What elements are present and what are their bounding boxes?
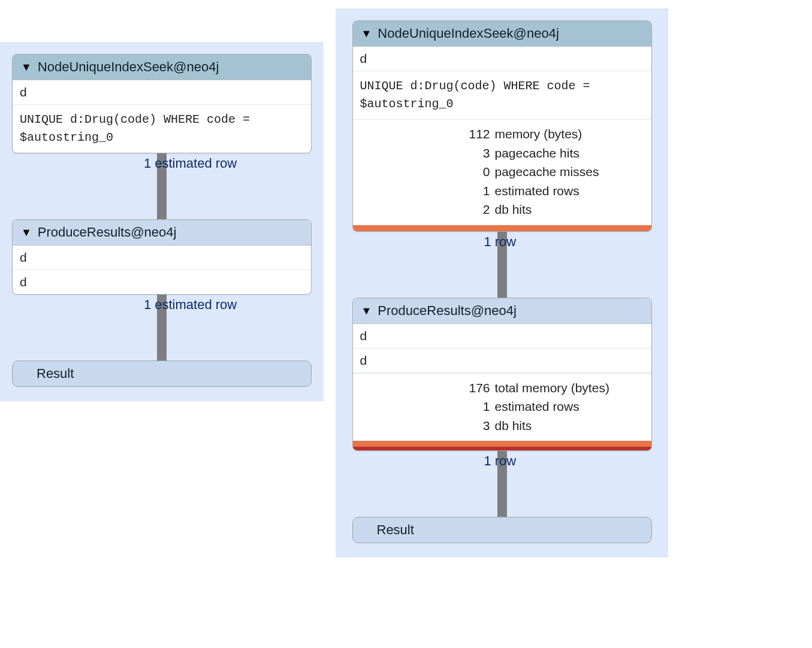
node-title: NodeUniqueIndexSeek@neo4j	[378, 26, 559, 41]
stat-row: 1estimated rows	[360, 397, 644, 416]
collapse-icon: ▼	[21, 62, 32, 72]
result-label: Result	[366, 522, 414, 537]
node-variable: d	[13, 80, 311, 105]
connector-label: 1 row	[497, 234, 517, 250]
stat-row: 0pagecache misses	[360, 162, 644, 181]
result-node[interactable]: Result	[12, 361, 312, 387]
node-title: ProduceResults@neo4j	[38, 225, 176, 240]
connector: 1 row	[346, 232, 657, 298]
stat-row: 3pagecache hits	[360, 144, 644, 163]
connector-text: row	[495, 453, 516, 469]
stat-row: 112memory (bytes)	[360, 125, 644, 144]
node-variable: d	[353, 47, 651, 71]
node-unique-index-seek[interactable]: ▼ NodeUniqueIndexSeek@neo4j d UNIQUE d:D…	[352, 20, 652, 232]
stat-row: 176total memory (bytes)	[360, 378, 644, 398]
cost-bar	[353, 225, 651, 231]
node-row: d	[13, 246, 311, 270]
connector-count: 1	[144, 297, 155, 313]
connector-count: 1	[484, 453, 495, 469]
stat-row: 1estimated rows	[360, 181, 644, 201]
node-stats: 112memory (bytes) 3pagecache hits 0pagec…	[353, 119, 651, 225]
right-panel: ▼ NodeUniqueIndexSeek@neo4j d UNIQUE d:D…	[336, 8, 668, 558]
stat-row: 3db hits	[360, 416, 644, 435]
left-panel: ▼ NodeUniqueIndexSeek@neo4j d UNIQUE d:D…	[0, 42, 324, 401]
node-title: ProduceResults@neo4j	[378, 303, 516, 319]
connector-text: estimated row	[155, 297, 237, 313]
connector-label: 1 estimated row	[157, 156, 237, 171]
node-unique-index-seek[interactable]: ▼ NodeUniqueIndexSeek@neo4j d UNIQUE d:D…	[12, 54, 312, 153]
diagram-container: ▼ NodeUniqueIndexSeek@neo4j d UNIQUE d:D…	[0, 0, 812, 558]
connector-label: 1 estimated row	[157, 297, 237, 313]
collapse-icon: ▼	[21, 227, 32, 238]
node-query: UNIQUE d:Drug(code) WHERE code = $autost…	[13, 105, 311, 153]
connector-text: estimated row	[155, 156, 237, 171]
connector: 1 row	[346, 451, 657, 517]
node-stats: 176total memory (bytes) 1estimated rows …	[353, 373, 651, 441]
node-produce-results[interactable]: ▼ ProduceResults@neo4j d d	[12, 219, 312, 295]
result-node[interactable]: Result	[352, 517, 652, 543]
node-produce-results[interactable]: ▼ ProduceResults@neo4j d d 176total memo…	[352, 298, 652, 452]
node-query: UNIQUE d:Drug(code) WHERE code = $autost…	[353, 71, 651, 119]
stat-row: 2db hits	[360, 200, 644, 219]
result-label: Result	[26, 366, 74, 381]
connector-text: row	[495, 234, 516, 250]
connector-count: 1	[484, 234, 495, 250]
connector: 1 estimated row	[11, 153, 313, 219]
node-header[interactable]: ▼ ProduceResults@neo4j	[353, 298, 651, 324]
node-row: d	[13, 270, 311, 294]
node-header[interactable]: ▼ ProduceResults@neo4j	[13, 220, 311, 246]
collapse-icon: ▼	[361, 28, 372, 39]
connector-label: 1 row	[497, 453, 517, 469]
node-header[interactable]: ▼ NodeUniqueIndexSeek@neo4j	[353, 21, 651, 47]
node-row: d	[353, 324, 651, 349]
collapse-icon: ▼	[361, 305, 372, 316]
connector-count: 1	[144, 156, 155, 171]
node-title: NodeUniqueIndexSeek@neo4j	[38, 59, 219, 75]
node-header[interactable]: ▼ NodeUniqueIndexSeek@neo4j	[13, 54, 311, 80]
cost-bar	[353, 441, 651, 447]
connector: 1 estimated row	[11, 295, 313, 361]
cost-bar-secondary	[353, 447, 651, 450]
node-row: d	[353, 349, 651, 373]
